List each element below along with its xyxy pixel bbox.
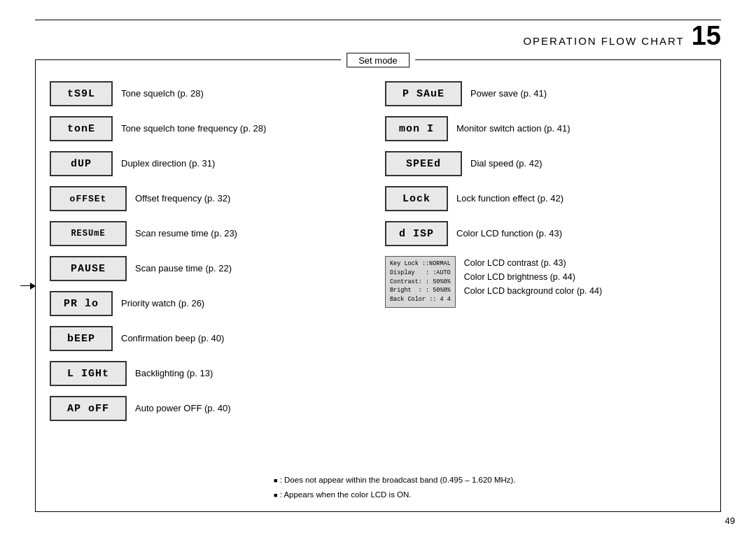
lcd-tone-text: tonE <box>67 123 95 135</box>
flow-arrow <box>20 283 36 290</box>
list-item: PR lo Priority watch (p. 26) <box>50 291 371 316</box>
brightness-note: Color LCD brightness (p. 44) <box>464 270 706 284</box>
mini-lcd-row-contrast: Contrast : : 50%0% <box>390 278 451 287</box>
footer-notes: ■ : Does not appear within the broadcast… <box>274 474 706 502</box>
list-item: L IGHt Backlighting (p. 13) <box>50 361 371 386</box>
lcd-dup: dUP <box>50 151 113 176</box>
list-item: mon I Monitor switch action (p. 41) <box>385 116 706 141</box>
beep-label: Confirmation beep (p. 40) <box>121 332 371 345</box>
lcd-mon-text: mon I <box>399 123 434 135</box>
left-column: tS9L Tone squelch (p. 28) tonE Tone sque… <box>50 81 371 431</box>
list-item: bEEP Confirmation beep (p. 40) <box>50 326 371 351</box>
bottom-page-number: 49 <box>725 516 735 526</box>
lcd-prlo-text: PR lo <box>64 298 99 310</box>
list-item: oFFSEt Offset frequency (p. 32) <box>50 186 371 211</box>
list-item: P SAuE Power save (p. 41) <box>385 81 706 106</box>
lcd-apoff-text: AP oFF <box>67 403 109 415</box>
mini-lcd-row-bright: Bright : : 50%0% <box>390 286 451 295</box>
lcd-tone: tonE <box>50 116 113 141</box>
mon-label: Monitor switch action (p. 41) <box>456 122 706 135</box>
right-column: P SAuE Power save (p. 41) mon I Monitor … <box>385 81 706 431</box>
lcd-beep: bEEP <box>50 326 113 351</box>
note2-text: : Appears when the color LCD is ON. <box>280 490 412 499</box>
offset-label: Offset frequency (p. 32) <box>135 192 371 205</box>
speed-label: Dial speed (p. 42) <box>470 157 706 170</box>
footer-note-1: ■ : Does not appear within the broadcast… <box>274 474 706 486</box>
lcd-pause-text: PAUSE <box>71 263 106 275</box>
page: OPERATION FLOW CHART 15 Set mode tS9L <box>0 0 756 533</box>
lcd-speed: SPEEd <box>385 151 462 176</box>
top-line <box>35 20 721 20</box>
list-item: dUP Duplex direction (p. 31) <box>50 151 371 176</box>
mini-lcd-row-keylock: Key Lock ::NORMAL <box>390 260 451 269</box>
lcd-beep-text: bEEP <box>67 333 95 345</box>
mini-lcd-display: Key Lock ::NORMAL Display : :AUTO Contra… <box>385 256 456 308</box>
lcd-psave-text: P SAuE <box>402 88 444 100</box>
lcd-light-text: L IGHt <box>67 368 109 380</box>
list-item: Lock Lock function effect (p. 42) <box>385 186 706 211</box>
apoff-label: Auto power OFF (p. 40) <box>135 402 371 415</box>
lcd-resume-text: RESUmE <box>71 229 105 239</box>
lcd-resume: RESUmE <box>50 221 127 246</box>
mini-lcd-row-backcolor: Back Color :: 4 4 <box>390 295 451 304</box>
arrow-head <box>30 283 36 290</box>
pause-label: Scan pause time (p. 22) <box>135 262 371 275</box>
disp-label: Color LCD function (p. 43) <box>456 227 706 240</box>
lcd-tsql-text: tS9L <box>67 88 95 100</box>
lcd-offset-text: oFFSEt <box>70 194 107 204</box>
lcd-apoff: AP oFF <box>50 396 127 421</box>
contrast-note: Color LCD contrast (p. 43) <box>464 256 706 270</box>
psave-label: Power save (p. 41) <box>470 87 706 100</box>
lcd-psave: P SAuE <box>385 81 462 106</box>
page-number: 15 <box>692 22 721 49</box>
light-label: Backlighting (p. 13) <box>135 367 371 380</box>
arrow-line <box>20 285 30 287</box>
tone-label: Tone squelch tone frequency (p. 28) <box>121 122 371 135</box>
list-item: Key Lock ::NORMAL Display : :AUTO Contra… <box>385 256 706 308</box>
mini-lcd-row-display: Display : :AUTO <box>390 269 451 278</box>
lock-label: Lock function effect (p. 42) <box>456 192 706 205</box>
set-mode-label: Set mode <box>358 55 398 66</box>
lcd-disp: d ISP <box>385 221 448 246</box>
dup-label: Duplex direction (p. 31) <box>121 157 371 170</box>
note2-symbol: ■ <box>274 492 277 499</box>
lcd-pause: PAUSE <box>50 256 127 281</box>
page-title: OPERATION FLOW CHART <box>523 35 684 47</box>
list-item: RESUmE Scan resume time (p. 23) <box>50 221 371 246</box>
lcd-disp-text: d ISP <box>399 228 434 240</box>
main-box: Set mode tS9L Tone squelch (p. 28) tonE … <box>35 59 721 512</box>
footer-note-2: ■ : Appears when the color LCD is ON. <box>274 489 706 501</box>
list-item: AP oFF Auto power OFF (p. 40) <box>50 396 371 421</box>
list-item: tS9L Tone squelch (p. 28) <box>50 81 371 106</box>
list-item: tonE Tone squelch tone frequency (p. 28) <box>50 116 371 141</box>
tsql-label: Tone squelch (p. 28) <box>121 87 371 100</box>
lcd-tsql: tS9L <box>50 81 113 106</box>
set-mode-container: Set mode <box>341 53 415 68</box>
page-title-area: OPERATION FLOW CHART 15 <box>523 22 721 49</box>
lcd-lock-text: Lock <box>402 193 430 205</box>
list-item: SPEEd Dial speed (p. 42) <box>385 151 706 176</box>
lcd-prlo: PR lo <box>50 291 113 316</box>
lcd-offset: oFFSEt <box>50 186 127 211</box>
lcd-lock: Lock <box>385 186 448 211</box>
lcd-light: L IGHt <box>50 361 127 386</box>
list-item: d ISP Color LCD function (p. 43) <box>385 221 706 246</box>
lcd-speed-text: SPEEd <box>406 158 441 170</box>
mini-lcd-labels: Color LCD contrast (p. 43) Color LCD bri… <box>464 256 706 298</box>
set-mode-box: Set mode <box>346 53 410 68</box>
list-item: PAUSE Scan pause time (p. 22) <box>50 256 371 281</box>
lcd-dup-text: dUP <box>71 158 92 170</box>
note1-symbol: ■ <box>274 477 277 484</box>
resume-label: Scan resume time (p. 23) <box>135 227 371 240</box>
lcd-mon: mon I <box>385 116 448 141</box>
backcolor-note: Color LCD background color (p. 44) <box>464 284 706 298</box>
note1-text: : Does not appear within the broadcast b… <box>280 476 516 484</box>
content-area: tS9L Tone squelch (p. 28) tonE Tone sque… <box>36 60 720 441</box>
prlo-label: Priority watch (p. 26) <box>121 297 371 310</box>
